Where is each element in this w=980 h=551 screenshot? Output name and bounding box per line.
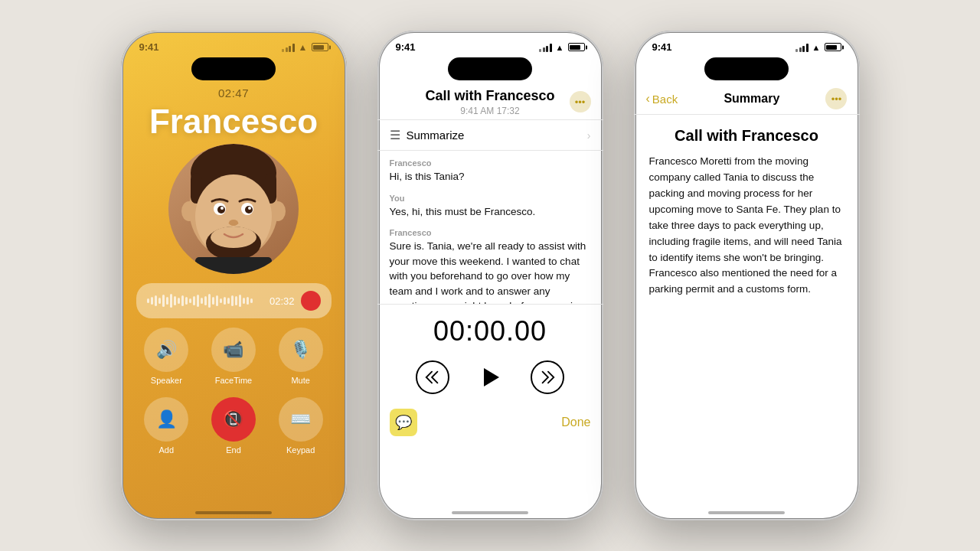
speaker-label: Speaker	[151, 376, 182, 385]
summarize-chevron-icon: ›	[587, 129, 591, 142]
player-controls	[393, 358, 588, 396]
signal-icon-t	[539, 43, 552, 52]
status-bar-summary: 9:41 ▲	[634, 31, 860, 53]
end-call-icon: 📵	[211, 397, 256, 442]
waveform-bar: 02:32	[136, 283, 332, 318]
play-button[interactable]	[471, 358, 509, 396]
transcript-block-3: Francesco Sure is. Tania, we're all read…	[390, 228, 591, 304]
status-time-call: 9:41	[139, 41, 159, 53]
signal-icon-s	[795, 43, 808, 52]
add-button[interactable]: 👤 Add	[139, 397, 194, 455]
transcript-scroll[interactable]: Francesco Hi, is this Tania? You Yes, hi…	[377, 151, 603, 304]
phone-transcript-screen: 9:41 ▲ Call with Francesco 9:41 AM 17:32…	[377, 31, 603, 520]
transcript-meta: 9:41 AM 17:32	[393, 106, 588, 116]
mute-label: Mute	[291, 376, 309, 385]
call-controls: 🔊 Speaker 📹 FaceTime 🎙️ Mute 👤 Add 📵 End…	[121, 328, 347, 455]
chat-icon-button[interactable]: 💬	[390, 409, 417, 436]
dynamic-island-3	[704, 57, 789, 80]
summary-content: Call with Francesco Francesco Moretti fr…	[634, 115, 860, 310]
summarize-button[interactable]: ☰ Summarize ›	[377, 120, 603, 151]
wifi-icon-s: ▲	[812, 43, 821, 52]
svg-point-11	[220, 207, 224, 210]
summary-nav: ‹ Back Summary •••	[634, 83, 860, 115]
battery-icon	[312, 43, 328, 51]
waveform-visual	[147, 292, 263, 309]
speaker-text-1: Hi, is this Tania?	[390, 169, 591, 184]
mute-button[interactable]: 🎙️ Mute	[273, 328, 328, 385]
caller-name: Francesco	[121, 103, 347, 141]
svg-point-4	[181, 201, 197, 221]
dynamic-island-2	[448, 57, 532, 80]
home-indicator-1	[195, 511, 272, 514]
call-duration: 02:47	[121, 86, 347, 99]
time-display: 00:00.00	[393, 315, 588, 347]
signal-icon	[282, 43, 295, 52]
skip-back-button[interactable]	[416, 360, 449, 394]
speaker-button[interactable]: 🔊 Speaker	[139, 328, 194, 385]
home-indicator-2	[452, 511, 528, 514]
end-label: End	[226, 445, 241, 455]
skip-forward-button[interactable]	[531, 360, 564, 394]
transcript-block-2: You Yes, hi, this must be Francesco.	[390, 194, 591, 220]
play-icon	[484, 368, 499, 386]
phone-call-screen: 9:41 ▲ 02:47 Francesco	[121, 31, 347, 520]
back-button[interactable]: ‹ Back	[646, 92, 678, 106]
summarize-icon: ☰	[390, 128, 400, 142]
speaker-text-2: Yes, hi, this must be Francesco.	[390, 204, 591, 220]
svg-rect-16	[195, 257, 272, 274]
done-button[interactable]: Done	[561, 416, 590, 429]
svg-point-12	[248, 207, 251, 210]
transcript-header: Call with Francesco 9:41 AM 17:32 •••	[377, 83, 603, 120]
wifi-icon-t: ▲	[556, 43, 564, 52]
speaker-name-3: Francesco	[390, 228, 591, 237]
facetime-label: FaceTime	[215, 376, 253, 385]
svg-point-5	[270, 201, 286, 221]
dynamic-island-1	[191, 57, 276, 80]
keypad-icon: ⌨️	[279, 397, 323, 442]
transcript-block-1: Francesco Hi, is this Tania?	[390, 158, 591, 184]
player-section: 00:00.00	[377, 304, 603, 403]
avatar-container	[121, 144, 347, 274]
home-indicator-3	[708, 511, 785, 514]
status-time-transcript: 9:41	[396, 41, 416, 53]
summary-nav-title: Summary	[724, 92, 779, 106]
transcript-title: Call with Francesco	[393, 88, 588, 104]
keypad-label: Keypad	[286, 445, 315, 455]
options-button[interactable]: •••	[570, 91, 591, 112]
summarize-label: Summarize	[407, 129, 465, 142]
mute-icon: 🎙️	[279, 328, 323, 372]
summary-options-button[interactable]: •••	[825, 88, 847, 109]
end-call-button[interactable]: 📵 End	[206, 397, 261, 455]
speaker-name-2: You	[390, 194, 591, 203]
phone-summary-screen: 9:41 ▲ ‹ Back Summary ••• Call with Fran…	[634, 31, 860, 520]
back-label: Back	[652, 93, 678, 106]
avatar	[168, 144, 299, 274]
speaker-icon: 🔊	[144, 328, 188, 372]
status-bar-call: 9:41 ▲	[121, 31, 347, 53]
facetime-button[interactable]: 📹 FaceTime	[206, 328, 261, 385]
speaker-name-1: Francesco	[390, 158, 591, 168]
waveform-time: 02:32	[270, 295, 295, 307]
keypad-button[interactable]: ⌨️ Keypad	[273, 397, 328, 455]
summarize-left: ☰ Summarize	[390, 128, 465, 142]
record-dot	[301, 291, 321, 311]
status-time-summary: 9:41	[652, 41, 672, 53]
summary-title: Call with Francesco	[649, 127, 844, 145]
bottom-bar: 💬 Done	[377, 403, 603, 439]
wifi-icon: ▲	[299, 42, 308, 53]
add-label: Add	[159, 445, 175, 455]
battery-icon-t	[568, 43, 585, 51]
add-icon: 👤	[144, 397, 188, 442]
summary-text: Francesco Moretti from the moving compan…	[649, 154, 844, 298]
status-bar-transcript: 9:41 ▲	[377, 31, 603, 53]
back-chevron-icon: ‹	[646, 92, 650, 106]
facetime-icon: 📹	[211, 328, 256, 372]
speaker-text-3: Sure is. Tania, we're all ready to assis…	[390, 239, 591, 304]
battery-icon-s	[825, 43, 841, 51]
